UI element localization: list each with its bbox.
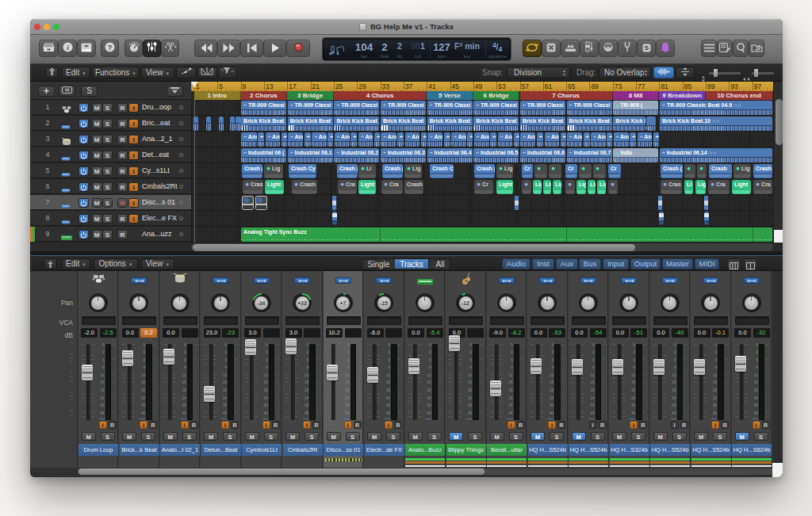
svg-text:?: ? [108,44,113,52]
svg-text:S: S [644,44,649,52]
